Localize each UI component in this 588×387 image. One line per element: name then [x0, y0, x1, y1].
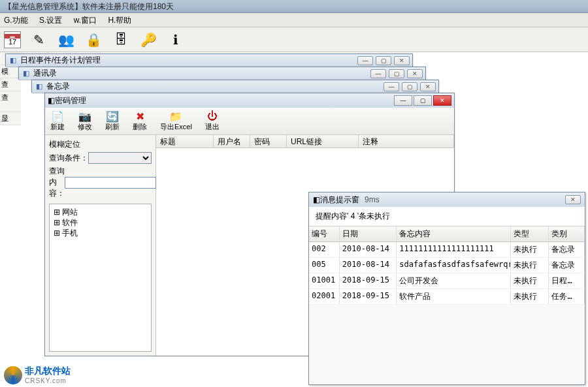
dialog-subtitle: 提醒内容' 4 '条未执行 — [309, 207, 585, 226]
window-icon: ◧ — [48, 96, 55, 105]
window-title: 日程事件/任务计划管理 — [20, 55, 357, 66]
maximize-button[interactable]: ▢ — [376, 56, 391, 65]
app-titlebar: 【星光信息管理系统】软件未注册只能使用180天 — [0, 0, 588, 13]
delete-button[interactable]: ✖删除 — [133, 110, 147, 132]
content-label: 查询内容： — [49, 166, 65, 199]
tree-item[interactable]: ⊞ 软件 — [54, 217, 147, 228]
condition-label: 查询条件： — [49, 153, 88, 164]
app-title: 【星光信息管理系统】软件未注册只能使用180天 — [4, 2, 174, 11]
col-username[interactable]: 用户名 — [214, 135, 250, 147]
dialog-title: 消息提示窗 — [320, 194, 359, 206]
new-button[interactable]: 📄新建 — [50, 110, 65, 132]
calendar-icon[interactable]: ▬17 — [4, 31, 21, 48]
group-label: 模糊定位 — [49, 139, 152, 150]
edit-icon[interactable]: ✎ — [29, 30, 48, 50]
maximize-button[interactable]: ▢ — [414, 95, 432, 106]
mdi-window-schedule[interactable]: ◧ 日程事件/任务计划管理 — ▢ ✕ — [5, 54, 413, 67]
window-icon: ◧ — [35, 82, 44, 91]
col-content[interactable]: 备忘内容 — [397, 226, 511, 241]
menu-help[interactable]: H.帮助 — [108, 16, 131, 25]
close-button[interactable]: ✕ — [420, 82, 436, 91]
column-headers: 标题 用户名 密码 URL链接 注释 — [156, 135, 454, 148]
content-input[interactable] — [65, 177, 156, 189]
app-toolbar: ▬17 ✎ 👥 🔒 🗄 🔑 ℹ — [0, 27, 588, 52]
col-url[interactable]: URL链接 — [287, 135, 359, 147]
col-date[interactable]: 日期 — [340, 226, 397, 241]
dialog-titlebar[interactable]: ◧ 消息提示窗 9ms ✕ — [309, 193, 585, 207]
export-icon: 📁 — [169, 110, 182, 122]
window-icon: ◧ — [22, 69, 31, 78]
export-excel-button[interactable]: 📁导出Excel — [160, 110, 192, 132]
password-left-panel: 模糊定位 查询条件： 查询内容： ⚲ ⊞ 网站 ⊞ 软件 ⊞ 手机 — [45, 135, 156, 356]
window-icon: ◧ — [8, 56, 18, 65]
logo-icon — [4, 366, 22, 384]
table-row[interactable]: 020012018-09-15软件产品未执行任务… — [309, 289, 585, 305]
vault-icon[interactable]: 🗄 — [111, 30, 131, 50]
stub: 查 — [0, 91, 21, 112]
col-id[interactable]: 编号 — [309, 226, 340, 241]
password-toolbar: 📄新建 📷修改 🔄刷新 ✖删除 📁导出Excel ⏻退出 — [45, 108, 454, 135]
col-type[interactable]: 类型 — [511, 226, 549, 241]
new-icon: 📄 — [51, 110, 64, 122]
refresh-button[interactable]: 🔄刷新 — [105, 110, 120, 132]
minimize-button[interactable]: — — [394, 95, 412, 106]
window-title: 通讯录 — [33, 68, 370, 79]
fuzzy-search-group: 模糊定位 查询条件： 查询内容： ⚲ — [49, 139, 152, 201]
category-tree[interactable]: ⊞ 网站 ⊞ 软件 ⊞ 手机 — [49, 204, 152, 352]
mdi-window-memo[interactable]: ◧ 备忘录 — ▢ ✕ — [31, 80, 439, 93]
help-icon[interactable]: ℹ — [166, 30, 186, 50]
tree-item[interactable]: ⊞ 网站 — [54, 207, 147, 217]
menu-window[interactable]: w.窗口 — [74, 16, 97, 25]
window-titlebar[interactable]: ◧ 密码管理 — ▢ ✕ — [45, 93, 454, 108]
stub: 查 — [0, 78, 21, 91]
watermark-line1: 非凡软件站 — [25, 365, 71, 377]
app-menubar: G.功能 S.设置 w.窗口 H.帮助 — [0, 13, 588, 27]
maximize-button[interactable]: ▢ — [402, 82, 417, 91]
minimize-button[interactable]: — — [384, 82, 399, 91]
close-button[interactable]: ✕ — [433, 95, 451, 106]
contacts-icon[interactable]: 👥 — [56, 30, 76, 50]
table-row[interactable]: 010012018-09-15公司开发会未执行日程… — [309, 273, 585, 289]
watermark-line2: CRSKY.com — [25, 377, 71, 384]
key-icon[interactable]: 🔑 — [139, 30, 158, 50]
edit-button[interactable]: 📷修改 — [78, 110, 92, 132]
left-panel-stubs: 模 查 查 显 — [0, 52, 21, 387]
table-row[interactable]: 0022010-08-1411111111111111111111未执行备忘录 — [309, 242, 585, 258]
condition-select[interactable] — [88, 152, 152, 164]
dialog-timing: 9ms — [365, 195, 380, 204]
window-title: 备忘录 — [46, 81, 384, 92]
table-row[interactable]: 0052010-08-14sdafafasfasdfasfsafewrqrfds… — [309, 258, 585, 273]
notification-dialog[interactable]: ◧ 消息提示窗 9ms ✕ 提醒内容' 4 '条未执行 编号 日期 备忘内容 类… — [308, 192, 585, 385]
close-button[interactable]: ✕ — [565, 195, 581, 204]
close-button[interactable]: ✕ — [394, 56, 410, 65]
minimize-button[interactable]: — — [370, 69, 386, 78]
col-password[interactable]: 密码 — [250, 135, 287, 147]
maximize-button[interactable]: ▢ — [389, 69, 404, 78]
refresh-icon: 🔄 — [106, 110, 119, 122]
reminder-table: 编号 日期 备忘内容 类型 类别 0022010-08-141111111111… — [309, 226, 585, 305]
lock-icon[interactable]: 🔒 — [84, 30, 103, 50]
menu-functions[interactable]: G.功能 — [4, 16, 28, 25]
window-title: 密码管理 — [55, 95, 393, 106]
edit-icon: 📷 — [78, 110, 91, 122]
exit-icon: ⏻ — [206, 110, 219, 122]
watermark: 非凡软件站 CRSKY.com — [4, 365, 71, 384]
mdi-window-contacts[interactable]: ◧ 通讯录 — ▢ ✕ — [18, 67, 426, 80]
window-icon: ◧ — [313, 195, 320, 204]
tree-item[interactable]: ⊞ 手机 — [54, 228, 147, 238]
stub: 显 — [0, 112, 21, 125]
col-title[interactable]: 标题 — [156, 135, 214, 147]
menu-settings[interactable]: S.设置 — [39, 16, 62, 25]
col-cat[interactable]: 类别 — [549, 226, 585, 241]
col-note[interactable]: 注释 — [359, 135, 454, 147]
exit-button[interactable]: ⏻退出 — [205, 110, 220, 132]
delete-icon: ✖ — [133, 110, 146, 122]
close-button[interactable]: ✕ — [407, 69, 423, 78]
mdi-desktop: 模 查 查 显 ◧ 日程事件/任务计划管理 — ▢ ✕ ◧ 通讯录 — ▢ ✕ — [0, 52, 588, 387]
minimize-button[interactable]: — — [357, 56, 373, 65]
